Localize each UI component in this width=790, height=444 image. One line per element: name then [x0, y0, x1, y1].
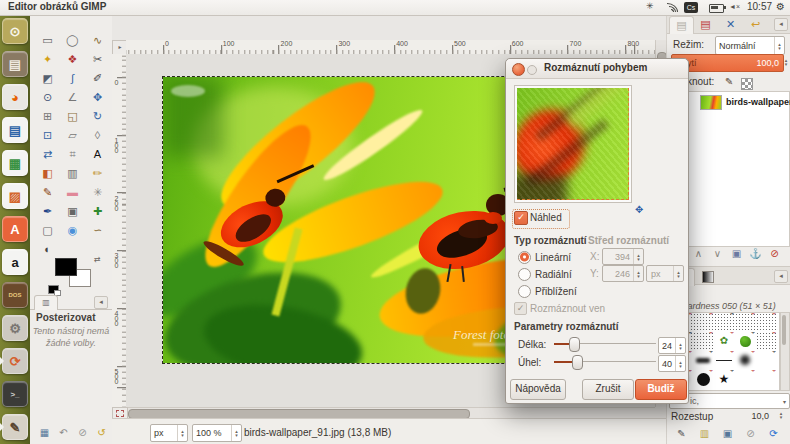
launcher-item-system-settings[interactable]: ⚙ [2, 315, 28, 341]
tool-fuzzy-select[interactable]: ✦ [36, 51, 59, 68]
brush-tex[interactable] [735, 313, 755, 331]
tool-align[interactable]: ⊞ [36, 108, 59, 125]
launcher-item-libreoffice-calc[interactable]: ▦ [2, 150, 28, 176]
tool-scissors-select[interactable]: ✂ [86, 51, 109, 68]
launcher-item-dash[interactable]: ⊙ [2, 18, 28, 44]
refresh-brushes-button[interactable]: ⟳ [765, 427, 782, 441]
tool-crop[interactable]: ◱ [61, 108, 84, 125]
ok-button[interactable]: Budiž [635, 379, 687, 400]
collapse-dock2-button[interactable]: ◂ [774, 270, 788, 283]
dialog-titlebar[interactable]: Rozmáznutí pohybem [506, 59, 688, 79]
radio-radial[interactable] [518, 268, 531, 281]
foreground-background-colors[interactable]: ⇄ [54, 258, 106, 296]
unit-combo[interactable]: px▴▾ [150, 424, 188, 442]
tool-move[interactable]: ✥ [86, 89, 109, 106]
tool-measure[interactable]: ∠ [61, 89, 84, 106]
help-button[interactable]: Nápověda [510, 379, 566, 400]
tool-flip[interactable]: ⇄ [36, 146, 59, 163]
launcher-item-software-updater[interactable]: ⟳ [2, 348, 28, 374]
opacity-spinner[interactable]: ▴▾ [782, 54, 790, 70]
lock-alpha-icon[interactable] [741, 78, 753, 90]
launcher-item-firefox[interactable]: ◕ [2, 84, 28, 110]
tool-free-select[interactable]: ∿ [86, 32, 109, 49]
length-spin-arrows[interactable]: ▴▾ [675, 338, 685, 353]
default-colors-icon[interactable] [48, 285, 59, 294]
delete-layer-button[interactable]: ⊘ [766, 247, 783, 261]
tool-airbrush[interactable]: ✳ [86, 184, 109, 201]
preview-pan-icon[interactable]: ✥ [635, 204, 643, 215]
brush-sprig[interactable]: ✿ [714, 332, 734, 350]
launcher-item-software-center[interactable]: A [2, 216, 28, 242]
tool-ellipse-select[interactable]: ◯ [61, 32, 84, 49]
angle-slider-handle[interactable] [572, 355, 583, 370]
horizontal-ruler[interactable]: 0100200300400500600700800 [126, 40, 655, 55]
brush-circle[interactable] [693, 370, 713, 388]
tool-dodge-burn[interactable]: ◐ [36, 241, 59, 258]
layer-mode-combo[interactable]: Normální▴▾ [715, 36, 785, 55]
volume-muted-icon[interactable]: ◄× [729, 3, 740, 10]
tool-smudge[interactable]: ∽ [86, 222, 109, 239]
launcher-item-libreoffice-impress[interactable]: ▨ [2, 183, 28, 209]
brush-pepper[interactable] [735, 332, 755, 350]
tool-cage-transform[interactable]: ⌗ [61, 146, 84, 163]
paths-tab[interactable]: ✕ [719, 16, 742, 33]
tool-select-by-color[interactable]: ❖ [61, 51, 84, 68]
vertical-ruler[interactable]: 0100200300400500 [112, 54, 127, 422]
reset-options-button[interactable]: ↺ [93, 426, 110, 440]
tool-paintbrush[interactable]: ✎ [36, 184, 59, 201]
channels-tab[interactable]: ▤ [694, 16, 717, 33]
launcher-item-libreoffice-writer[interactable]: ▤ [2, 117, 28, 143]
updates-indicator-icon[interactable]: ✳ [646, 1, 654, 11]
tool-eraser[interactable]: ▬ [61, 184, 84, 201]
brush-tex[interactable] [756, 313, 776, 331]
launcher-item-amazon[interactable]: a [2, 249, 28, 275]
zoom-spin-arrows[interactable]: ▴▾ [231, 425, 241, 441]
save-options-button[interactable]: ▦ [36, 426, 53, 440]
duplicate-layer-button[interactable]: ▣ [728, 247, 745, 261]
lock-pixels-icon[interactable]: ✎ [725, 76, 733, 87]
delete-brush-button[interactable]: ⊘ [742, 427, 759, 441]
lower-layer-button[interactable]: ∨ [709, 247, 726, 261]
tool-pencil[interactable]: ✏ [86, 165, 109, 182]
tool-options-tab[interactable]: ▥ [34, 295, 58, 310]
tool-shear[interactable]: ▱ [61, 127, 84, 144]
swap-colors-icon[interactable]: ⇄ [94, 255, 101, 264]
blur-preview-image[interactable] [517, 88, 629, 200]
brush-scrollbar[interactable] [780, 312, 790, 391]
brush-blank[interactable] [735, 370, 755, 388]
radio-zoom-label[interactable]: Přiblížení [535, 286, 577, 297]
radio-linear[interactable] [518, 251, 531, 264]
radio-radial-label[interactable]: Radiální [535, 269, 572, 280]
brush-softbar[interactable] [693, 351, 713, 369]
collapse-toolbox-button[interactable]: ◂ [94, 296, 108, 309]
restore-options-button[interactable]: ↶ [55, 426, 72, 440]
launcher-item-dosbox[interactable]: DOS [2, 282, 28, 308]
tool-zoom[interactable]: ⊙ [36, 89, 59, 106]
launcher-item-files[interactable]: ▤ [2, 51, 28, 77]
wifi-icon[interactable] [667, 3, 678, 12]
minimize-button[interactable] [527, 65, 537, 75]
zoom-spinner[interactable]: 100 %▴▾ [192, 424, 242, 442]
close-button[interactable] [512, 63, 525, 76]
angle-spin-arrows[interactable]: ▴▾ [675, 356, 685, 371]
layers-tab[interactable]: ▤ [669, 16, 694, 34]
length-slider-handle[interactable] [569, 337, 580, 352]
mode-spinner[interactable]: ▴▾ [774, 37, 784, 54]
brush-blank[interactable] [756, 370, 776, 388]
length-slider[interactable] [554, 337, 656, 350]
preview-checkbox-label[interactable]: Náhled [530, 212, 562, 223]
brush-tex[interactable] [693, 332, 713, 350]
brush-softdot[interactable] [735, 351, 755, 369]
keyboard-layout-indicator[interactable]: Cs [684, 2, 698, 13]
foreground-color-swatch[interactable] [55, 258, 77, 276]
collapse-dock-button[interactable]: ◂ [774, 18, 788, 31]
radio-zoom[interactable] [518, 285, 531, 298]
preview-checkbox[interactable]: ✓ [514, 211, 528, 225]
brush-tex[interactable] [714, 313, 734, 331]
clock[interactable]: 10:57 [747, 1, 772, 12]
unit-spinner[interactable]: ▴▾ [177, 425, 187, 441]
tool-text[interactable]: A [86, 146, 109, 163]
cancel-button[interactable]: Zrušit [582, 379, 634, 400]
session-gear-icon[interactable]: ⚙ [776, 1, 785, 12]
brush-blank[interactable] [756, 351, 776, 369]
